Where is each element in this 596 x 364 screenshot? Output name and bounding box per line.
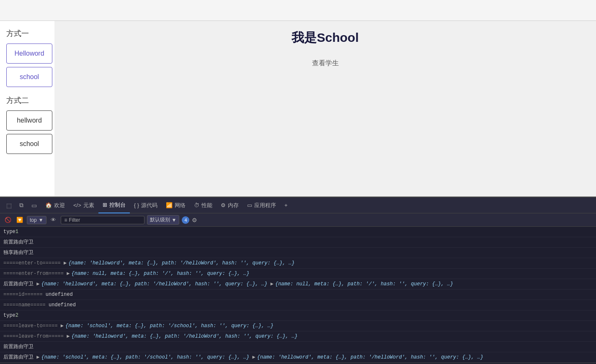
sidebar: 方式一 Helloword school 方式二 hellword school — [0, 21, 54, 196]
filter-icon: ≡ — [65, 217, 67, 223]
devtools-toolbar: ⬚ ⧉ ▭ 🏠 欢迎 </> 元素 ⊞ 控制台 { } 源代码 📶 网络 ⏱ 性… — [0, 197, 596, 213]
filter-label: Filter — [69, 217, 80, 223]
console-line-3: 独享路由守卫 — [0, 248, 596, 258]
chevron-down-icon-2: ▼ — [172, 217, 177, 223]
memory-icon: ⚙ — [221, 202, 226, 208]
filter-input-area[interactable]: ≡ Filter — [61, 216, 144, 224]
console-output: type 1 前置路由守卫 独享路由守卫 =====enter-to======… — [0, 227, 596, 364]
device-icon[interactable]: ⧉ — [16, 200, 27, 211]
inspect-icon[interactable]: ⬚ — [3, 200, 14, 211]
chevron-down-icon: ▼ — [39, 217, 44, 223]
tab-more[interactable]: + — [280, 197, 292, 213]
performance-icon: ⏱ — [194, 202, 199, 208]
devtools-secondary-toolbar: 🚫 🔽 top ▼ 👁 ≡ Filter 默认级别 ▼ 4 ⚙ — [0, 213, 596, 227]
top-context-dropdown[interactable]: top ▼ — [27, 216, 46, 224]
console-line-4: =====enter-to====== ▶ {name: 'helloword'… — [0, 258, 596, 269]
eye-icon[interactable]: 👁 — [49, 215, 58, 225]
tab-application[interactable]: ▭ 应用程序 — [243, 197, 280, 213]
school-button-one[interactable]: school — [6, 67, 52, 87]
console-line-8: =====name===== undefined — [0, 300, 596, 310]
console-line-7: =====id====== undefined — [0, 290, 596, 300]
content-title: 我是School — [292, 29, 359, 46]
sources-icon: { } — [134, 202, 139, 208]
filter-toggle-icon[interactable]: 🔽 — [15, 215, 24, 225]
clear-console-icon[interactable]: 🚫 — [3, 215, 13, 225]
devtools-panel: ⬚ ⧉ ▭ 🏠 欢迎 </> 元素 ⊞ 控制台 { } 源代码 📶 网络 ⏱ 性… — [0, 197, 596, 364]
school-button-two[interactable]: school — [6, 134, 52, 154]
console-line-11: =====leave-from===== ▶ {name: 'helloword… — [0, 331, 596, 342]
tab-memory[interactable]: ⚙ 内存 — [217, 197, 243, 213]
console-line-5: =====enter-from===== ▶ {name: null, meta… — [0, 269, 596, 279]
console-line-12: 前置路由守卫 — [0, 342, 596, 352]
log-level-dropdown[interactable]: 默认级别 ▼ — [147, 215, 180, 225]
tab-console[interactable]: ⊞ 控制台 — [98, 197, 130, 213]
network-icon: 📶 — [166, 202, 173, 208]
browser-chrome — [0, 0, 596, 21]
console-line-2: 前置路由守卫 — [0, 237, 596, 248]
section-one-title: 方式一 — [6, 28, 48, 38]
content-link[interactable]: 查看学生 — [312, 59, 339, 68]
elements-icon: </> — [73, 202, 81, 208]
settings-icon[interactable]: ⚙ — [192, 217, 197, 223]
console-line-6: 后置路由守卫 ▶ {name: 'helloword', meta: {…}, … — [0, 279, 596, 290]
console-line-9: type 2 — [0, 310, 596, 321]
level-label: 默认级别 — [150, 216, 170, 223]
content-area: 我是School 查看学生 — [54, 21, 596, 196]
main-area: 方式一 Helloword school 方式二 hellword school… — [0, 21, 596, 197]
tab-performance[interactable]: ⏱ 性能 — [190, 197, 217, 213]
home-icon: 🏠 — [45, 202, 52, 208]
console-icon: ⊞ — [103, 202, 107, 208]
application-icon: ▭ — [247, 202, 252, 208]
tab-network[interactable]: 📶 网络 — [162, 197, 190, 213]
tab-sources[interactable]: { } 源代码 — [130, 197, 162, 213]
top-label: top — [30, 217, 37, 223]
section-two-title: 方式二 — [6, 95, 48, 105]
helloword-button-one[interactable]: Helloword — [6, 44, 52, 64]
console-line-10: =====leave-to===== ▶ {name: 'school', me… — [0, 321, 596, 331]
hellword-button-two[interactable]: hellword — [6, 110, 52, 131]
console-line-1: type 1 — [0, 227, 596, 237]
tab-elements[interactable]: </> 元素 — [69, 197, 98, 213]
dock-icon[interactable]: ▭ — [28, 200, 39, 211]
tab-welcome[interactable]: 🏠 欢迎 — [41, 197, 69, 213]
error-badge: 4 — [182, 216, 189, 224]
console-line-13: 后置路由守卫 ▶ {name: 'school', meta: {…}, pat… — [0, 352, 596, 363]
